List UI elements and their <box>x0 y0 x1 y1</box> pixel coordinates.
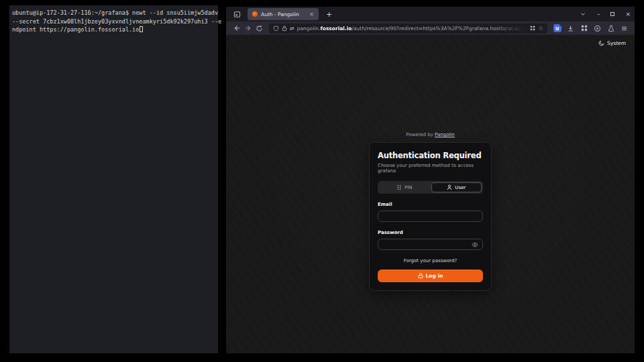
tab-pin[interactable]: PIN <box>379 182 430 192</box>
password-field-box <box>378 239 483 250</box>
tab-user[interactable]: User <box>431 182 482 192</box>
reload-button[interactable] <box>254 23 265 34</box>
terminal-window[interactable]: ubuntu@ip-172-31-27-116:~/grafana$ newt … <box>9 5 218 353</box>
terminal-cursor <box>140 26 143 32</box>
terminal-text: --secret 7cbz1xw08lh1jbzey03yxvndljvneam… <box>12 18 221 25</box>
powered-by: Powered by Pangolin <box>406 132 455 137</box>
powered-by-text: Powered by <box>406 132 433 137</box>
url-path: /auth/resource/90?redirect=https%3A%2F%2… <box>352 25 527 32</box>
auth-method-tabs: PIN User <box>378 181 483 194</box>
card-subtitle: Choose your preferred method to access g… <box>378 163 483 174</box>
password-field[interactable] <box>382 241 472 247</box>
terminal-line: ubuntu@ip-172-31-27-116:~/grafana$ newt … <box>12 9 215 17</box>
password-label: Password <box>378 230 483 235</box>
password-manager-extension-icon[interactable]: u <box>551 23 563 34</box>
window-maximize-button[interactable] <box>610 12 614 16</box>
https-lock-icon[interactable] <box>282 25 287 32</box>
browser-tab-auth-pangolin[interactable]: Auth - Pangolin × <box>248 8 319 20</box>
pangolin-link[interactable]: Pangolin <box>435 132 455 137</box>
tab-bar: Auth - Pangolin × + – × <box>226 7 635 21</box>
page-content: System Powered by Pangolin Authenticatio… <box>226 35 635 353</box>
user-icon <box>447 184 452 190</box>
login-button[interactable]: Log in <box>378 269 483 282</box>
url-prefix: pangolin. <box>297 25 321 32</box>
email-field-box <box>378 210 483 222</box>
tab-close-icon[interactable]: × <box>309 11 314 17</box>
maximize-icon <box>610 12 614 16</box>
keypad-icon <box>396 184 402 190</box>
tab-pin-label: PIN <box>405 185 413 190</box>
tracking-shield-icon[interactable] <box>273 25 279 32</box>
firefox-view-icon[interactable] <box>230 8 244 20</box>
url-text[interactable]: pangolin.fossorial.io/auth/resource/90?r… <box>297 25 527 32</box>
forward-button[interactable] <box>242 23 254 34</box>
window-minimize-button[interactable]: – <box>597 11 600 17</box>
login-lock-icon <box>418 273 423 279</box>
menu-hamburger-icon[interactable] <box>619 23 630 34</box>
terminal-line: ndpoint https://pangolin.fossorial.io <box>12 25 215 34</box>
show-password-eye-icon[interactable] <box>472 242 478 247</box>
terminal-line: --secret 7cbz1xw08lh1jbzey03yxvndljvneam… <box>12 17 215 26</box>
downloads-icon[interactable] <box>565 23 576 34</box>
theme-toggle-label: System <box>607 40 626 46</box>
card-title: Authentication Required <box>378 151 483 160</box>
addon-icon[interactable] <box>605 23 616 34</box>
pangolin-favicon-icon <box>252 11 258 17</box>
browser-window: Auth - Pangolin × + – × <box>226 7 635 353</box>
url-domain: fossorial.io <box>320 25 352 32</box>
terminal-text: ubuntu@ip-172-31-27-116:~/grafana$ newt … <box>12 9 218 16</box>
window-close-button[interactable]: × <box>625 11 631 17</box>
forgot-password-link[interactable]: Forgot your password? <box>378 258 483 263</box>
back-button[interactable] <box>231 23 242 34</box>
auth-section: Powered by Pangolin Authentication Requi… <box>226 132 635 291</box>
shortcuts-grid-icon[interactable] <box>530 25 535 31</box>
login-button-label: Log in <box>426 273 443 279</box>
toolbar-icons: u <box>551 23 630 34</box>
tab-title: Auth - Pangolin <box>261 11 306 17</box>
extension-notification-badge <box>559 23 563 26</box>
url-bar[interactable]: ⇄ pangolin.fossorial.io/auth/resource/90… <box>269 23 547 34</box>
theme-toggle[interactable]: System <box>598 40 626 46</box>
permissions-icon[interactable]: ⇄ <box>290 25 294 32</box>
new-tab-button[interactable]: + <box>326 10 332 19</box>
bookmark-star-icon[interactable]: ☆ <box>538 25 543 32</box>
extension-badge-icon: u <box>553 24 561 32</box>
tab-user-label: User <box>455 185 466 190</box>
navigation-bar: ⇄ pangolin.fossorial.io/auth/resource/90… <box>226 21 635 35</box>
adblock-circle-icon[interactable] <box>592 23 603 34</box>
terminal-text: ndpoint https://pangolin.fossorial.io <box>12 26 139 33</box>
email-field[interactable] <box>382 213 478 219</box>
email-label: Email <box>378 202 483 207</box>
list-tabs-chevron-icon[interactable] <box>580 11 586 17</box>
extensions-icon[interactable] <box>578 23 590 34</box>
moon-icon <box>598 40 604 46</box>
auth-card: Authentication Required Choose your pref… <box>369 142 492 291</box>
